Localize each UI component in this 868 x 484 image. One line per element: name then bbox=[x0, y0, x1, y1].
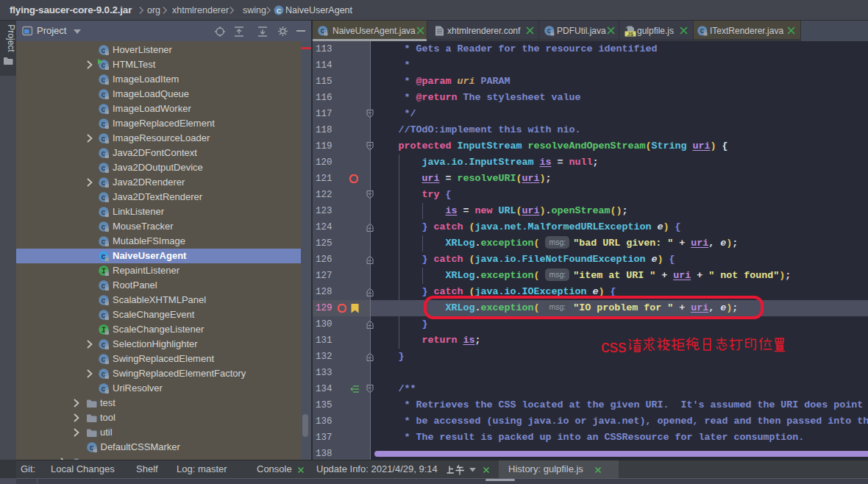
svg-text:C: C bbox=[277, 7, 282, 15]
svg-text:css: css bbox=[601, 337, 627, 356]
svg-text:JS: JS bbox=[627, 32, 634, 37]
